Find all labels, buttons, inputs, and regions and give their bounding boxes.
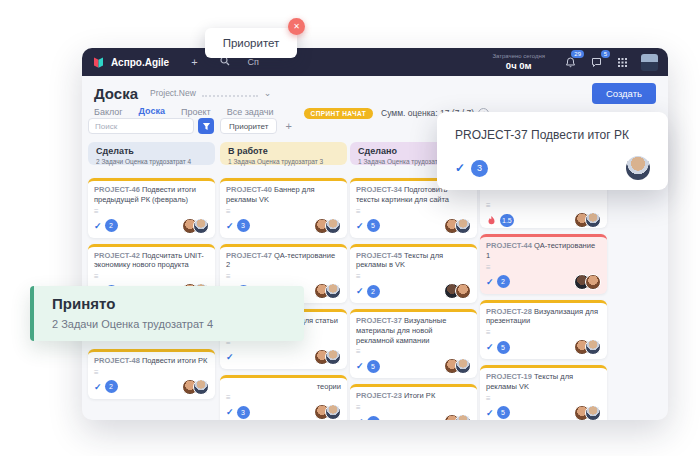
assignee-avatars	[444, 358, 471, 374]
user-avatar[interactable]	[641, 54, 658, 71]
task-card[interactable]: PROJECT-48 Подвести итоги РК ≡ ✓2	[88, 349, 215, 399]
messages-badge: 5	[601, 50, 610, 58]
nav-menu-fragment[interactable]: Сп	[248, 57, 259, 67]
card-title: PROJECT-44 QA-тестирование 1	[486, 241, 601, 261]
close-icon[interactable]: ✕	[288, 18, 305, 35]
description-icon: ≡	[226, 394, 341, 402]
add-filter-icon[interactable]: +	[285, 120, 291, 132]
avatar	[455, 283, 471, 299]
check-icon: ✓	[356, 361, 364, 371]
description-icon: ≡	[356, 348, 471, 356]
card-title: PROJECT-47 QA-тестирование 2	[226, 251, 341, 271]
task-card[interactable]: теории ≡ ✓3	[220, 375, 347, 421]
assignee-avatars	[314, 349, 341, 365]
points-badge: 5	[367, 360, 380, 373]
project-dotted-line	[202, 95, 258, 97]
priority-tooltip-label: Приоритет	[223, 37, 280, 49]
page-title: Доска	[94, 85, 138, 102]
points-badge: 2	[367, 285, 380, 298]
column-header: Сделать 2 Задачи Оценка трудозатрат 4	[88, 142, 215, 165]
card-title: PROJECT-46 Подвести итоги предыдущей РК …	[94, 185, 209, 205]
card-title: PROJECT-28 Визуализация для презентации	[486, 307, 601, 327]
task-card[interactable]: PROJECT-46 Подвести итоги предыдущей РК …	[88, 178, 215, 238]
column-title: В работе	[228, 147, 339, 156]
points-badge: 5	[367, 416, 380, 421]
check-icon: ✓	[356, 286, 364, 296]
points-badge: 3	[237, 219, 250, 232]
task-card[interactable]: PROJECT-19 Тексты для рекламы VK ≡ ✓5	[480, 365, 607, 420]
avatar	[585, 339, 601, 355]
filter-button[interactable]	[198, 118, 214, 134]
description-icon: ≡	[356, 404, 471, 412]
bell-icon	[565, 57, 576, 68]
avatar	[455, 218, 471, 234]
card-title: PROJECT-45 Тексты для рекламы в VK	[356, 251, 471, 271]
search-input[interactable]	[88, 118, 194, 134]
assignee-avatars	[314, 283, 341, 299]
card-title: PROJECT-48 Подвести итоги РК	[94, 356, 209, 366]
avatar	[325, 349, 341, 365]
description-icon: ≡	[94, 208, 209, 216]
notifications-button[interactable]: 29	[563, 55, 577, 69]
points-badge: 2	[105, 219, 118, 232]
top-navbar: Аспро.Agile + Сп Затрачено сегодня 0ч 0м…	[82, 48, 668, 76]
avatar	[325, 218, 341, 234]
assignee-avatars	[182, 218, 209, 234]
task-popup-title: PROJECT-37 Подвести итог РК	[455, 128, 650, 142]
assignee-avatars	[574, 212, 601, 228]
task-card[interactable]: PROJECT-28 Визуализация для презентации …	[480, 300, 607, 360]
apps-grid-button[interactable]	[615, 55, 629, 69]
urgent-fire-icon	[486, 215, 497, 226]
column-in-progress: В работе 1 Задача Оценка трудозатрат 3 P…	[220, 142, 347, 420]
points-badge: 5	[367, 219, 380, 232]
description-icon: ≡	[226, 273, 341, 281]
time-label: Затрачено сегодня	[492, 53, 545, 59]
app-window: Аспро.Agile + Сп Затрачено сегодня 0ч 0м…	[82, 48, 668, 420]
task-card[interactable]: PROJECT-37 Визуальные материалы для ново…	[350, 309, 477, 378]
card-title: PROJECT-19 Тексты для рекламы VK	[486, 372, 601, 392]
avatar	[455, 358, 471, 374]
avatar	[325, 283, 341, 299]
assignee-avatars	[314, 404, 341, 420]
assignee-avatars	[444, 414, 471, 420]
task-card[interactable]: PROJECT-44 QA-тестирование 1 ≡ ✓2	[480, 234, 607, 294]
check-icon: ✓	[94, 382, 102, 392]
description-icon: ≡	[486, 264, 601, 272]
avatar	[585, 212, 601, 228]
task-card[interactable]: PROJECT-40 Баннер для рекламы VK ≡ ✓3	[220, 178, 347, 238]
avatar	[193, 379, 209, 395]
avatar	[626, 156, 650, 180]
points-badge: 3	[237, 406, 250, 419]
description-icon: ≡	[226, 208, 341, 216]
points-badge: 3	[471, 160, 488, 177]
chat-icon	[591, 57, 602, 68]
points-badge: 1.5	[500, 214, 514, 227]
avatar	[585, 405, 601, 421]
description-icon: ≡	[94, 369, 209, 377]
points-badge: 5	[497, 406, 510, 419]
screenshot-canvas: Аспро.Agile + Сп Затрачено сегодня 0ч 0м…	[0, 0, 700, 456]
project-select[interactable]: Project.New	[150, 88, 196, 98]
add-icon[interactable]: +	[191, 57, 197, 68]
assignee-avatars	[182, 379, 209, 395]
points-badge: 5	[497, 341, 510, 354]
column-todo: Сделать 2 Задачи Оценка трудозатрат 4 PR…	[88, 142, 215, 399]
time-value: 0ч 0м	[506, 60, 532, 71]
task-card[interactable]: PROJECT-45 Тексты для рекламы в VK ≡ ✓2	[350, 244, 477, 304]
messages-button[interactable]: 5	[589, 55, 603, 69]
assignee-avatars	[574, 274, 601, 290]
assignee-avatars	[574, 405, 601, 421]
chevron-down-icon[interactable]: ⌄	[264, 88, 272, 98]
description-icon: ≡	[356, 273, 471, 281]
task-card[interactable]: PROJECT-23 Итоги РК ≡ ✓5	[350, 384, 477, 420]
app-logo-icon	[92, 56, 105, 69]
create-button[interactable]: Создать	[592, 83, 656, 104]
notifications-badge: 29	[571, 50, 584, 58]
accepted-popup-subtitle: 2 Задачи Оценка трудозатрат 4	[52, 318, 304, 330]
description-icon: ≡	[486, 395, 601, 403]
priority-filter-chip[interactable]: Приоритет	[220, 118, 277, 134]
task-popup[interactable]: PROJECT-37 Подвести итог РК ✓ 3	[437, 112, 668, 190]
navbar-right: Затрачено сегодня 0ч 0м 29 5	[492, 53, 668, 71]
card-title: PROJECT-37 Визуальные материалы для ново…	[356, 316, 471, 345]
check-icon: ✓	[226, 221, 234, 231]
